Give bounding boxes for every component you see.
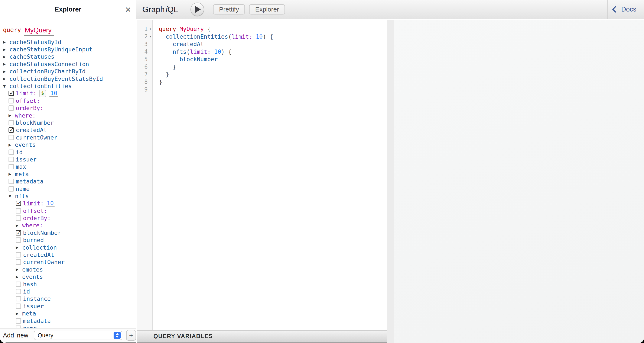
tree-row[interactable]: ▼nfts	[0, 192, 136, 200]
expand-arrow-icon[interactable]: ▶	[3, 69, 10, 74]
checkbox-checked-icon[interactable]	[16, 201, 21, 206]
tree-row[interactable]: max	[0, 163, 136, 170]
checkbox-unchecked-icon[interactable]	[8, 98, 14, 104]
code-line[interactable]: blockNumber	[153, 56, 387, 63]
checkbox-unchecked-icon[interactable]	[16, 281, 21, 287]
tree-row[interactable]: issuer	[0, 302, 136, 310]
code-line[interactable]: collectionEntities(limit: 10) {	[153, 33, 387, 41]
tree-row[interactable]: ▶events	[0, 273, 136, 280]
expand-arrow-icon[interactable]: ▶	[3, 40, 10, 44]
checkbox-unchecked-icon[interactable]	[8, 150, 14, 155]
tree-row[interactable]: hash	[0, 280, 136, 288]
tree-row[interactable]: ▶cacheStatuses	[0, 53, 136, 60]
tree-row[interactable]: orderBy:	[0, 105, 136, 112]
query-name-input[interactable]: MyQuery	[24, 27, 54, 36]
expand-arrow-icon[interactable]: ▶	[3, 47, 10, 52]
checkbox-unchecked-icon[interactable]	[16, 325, 21, 328]
checkbox-unchecked-icon[interactable]	[8, 105, 14, 111]
operation-type-select[interactable]: Query	[34, 331, 122, 340]
close-icon[interactable]: ×	[125, 6, 131, 13]
docs-button[interactable]: Docs	[613, 0, 636, 19]
variable-dollar-button[interactable]: $	[39, 90, 46, 97]
fold-arrow-icon[interactable]: ▾	[148, 27, 151, 31]
argument-value-input[interactable]: 10	[50, 90, 58, 97]
tree-row[interactable]: id	[0, 288, 136, 295]
tree-row[interactable]: offset:	[0, 207, 136, 214]
execute-query-button[interactable]	[190, 3, 204, 16]
code-line[interactable]: }	[153, 63, 387, 71]
add-operation-button[interactable]: +	[126, 330, 136, 341]
tree-row[interactable]: ▶cacheStatusByUniqueInput	[0, 46, 136, 53]
checkbox-unchecked-icon[interactable]	[16, 318, 21, 323]
tree-row[interactable]: name	[0, 324, 136, 328]
checkbox-unchecked-icon[interactable]	[8, 179, 14, 184]
tree-row[interactable]: ▼collectionEntities	[0, 82, 136, 90]
tree-row[interactable]: metadata	[0, 178, 136, 185]
pane-resizer-handle[interactable]	[387, 20, 394, 343]
expand-arrow-icon[interactable]: ▶	[8, 143, 15, 147]
checkbox-unchecked-icon[interactable]	[16, 259, 21, 265]
checkbox-checked-icon[interactable]	[16, 230, 21, 235]
expand-arrow-icon[interactable]: ▶	[16, 311, 22, 316]
tree-row[interactable]: ▶events	[0, 141, 136, 148]
code-line[interactable]	[153, 86, 387, 93]
editor-code-area[interactable]: query MyQuery { collectionEntities(limit…	[153, 20, 387, 330]
checkbox-unchecked-icon[interactable]	[8, 135, 14, 140]
expand-arrow-icon[interactable]: ▶	[3, 55, 10, 59]
tree-row[interactable]: ▶cacheStatusById	[0, 38, 136, 46]
tree-row[interactable]: ▶collectionBuyEventStatsById	[0, 75, 136, 82]
tree-row[interactable]: name	[0, 185, 136, 192]
tree-row[interactable]: ▶collectionBuyChartById	[0, 68, 136, 75]
checkbox-unchecked-icon[interactable]	[16, 208, 21, 213]
checkbox-checked-icon[interactable]	[8, 127, 14, 133]
tree-row[interactable]: ▶emotes	[0, 266, 136, 273]
checkbox-unchecked-icon[interactable]	[16, 237, 21, 243]
checkbox-unchecked-icon[interactable]	[16, 303, 21, 309]
checkbox-unchecked-icon[interactable]	[16, 296, 21, 301]
prettify-button[interactable]: Prettify	[213, 4, 245, 15]
tree-row[interactable]: createdAt	[0, 251, 136, 258]
tree-row[interactable]: currentOwner	[0, 258, 136, 266]
code-line[interactable]: }	[153, 71, 387, 78]
tree-row[interactable]: ▶where:	[0, 222, 136, 229]
explorer-toggle-button[interactable]: Explorer	[249, 4, 285, 15]
expand-arrow-icon[interactable]: ▶	[16, 275, 22, 279]
tree-row[interactable]: limit:$10	[0, 90, 136, 97]
checkbox-unchecked-icon[interactable]	[16, 289, 21, 294]
checkbox-unchecked-icon[interactable]	[8, 120, 14, 125]
expand-arrow-icon[interactable]: ▶	[8, 113, 15, 118]
expand-arrow-icon[interactable]: ▶	[8, 172, 15, 176]
fold-arrow-icon[interactable]: ▾	[148, 35, 151, 38]
tree-row[interactable]: ▶meta	[0, 170, 136, 178]
checkbox-unchecked-icon[interactable]	[8, 157, 14, 162]
tree-row[interactable]: orderBy:	[0, 214, 136, 222]
checkbox-unchecked-icon[interactable]	[8, 164, 14, 169]
checkbox-unchecked-icon[interactable]	[16, 252, 21, 257]
query-variables-bar[interactable]: QUERY VARIABLES	[137, 330, 387, 343]
tree-row[interactable]: ▶where:	[0, 112, 136, 119]
tree-row[interactable]: burned	[0, 237, 136, 244]
tree-row[interactable]: issuer	[0, 156, 136, 163]
argument-value-input[interactable]: 10	[46, 200, 55, 207]
collapse-arrow-icon[interactable]: ▼	[3, 84, 10, 88]
code-line[interactable]: query MyQuery {	[153, 25, 387, 33]
tree-row[interactable]: blockNumber	[0, 119, 136, 126]
expand-arrow-icon[interactable]: ▶	[16, 267, 22, 271]
tree-row[interactable]: ▶cacheStatusesConnection	[0, 60, 136, 68]
tree-row[interactable]: limit:10	[0, 200, 136, 207]
expand-arrow-icon[interactable]: ▶	[3, 77, 10, 81]
tree-row[interactable]: ▶meta	[0, 310, 136, 317]
expand-arrow-icon[interactable]: ▶	[16, 245, 22, 250]
checkbox-checked-icon[interactable]	[8, 91, 14, 96]
code-line[interactable]: }	[153, 78, 387, 86]
collapse-arrow-icon[interactable]: ▼	[8, 194, 15, 198]
tree-row[interactable]: metadata	[0, 317, 136, 324]
tree-row[interactable]: createdAt	[0, 127, 136, 134]
code-line[interactable]: createdAt	[153, 40, 387, 48]
checkbox-unchecked-icon[interactable]	[16, 215, 21, 221]
code-line[interactable]: nfts(limit: 10) {	[153, 48, 387, 56]
tree-row[interactable]: ▶collection	[0, 244, 136, 251]
expand-arrow-icon[interactable]: ▶	[3, 62, 10, 66]
tree-row[interactable]: offset:	[0, 97, 136, 104]
tree-row[interactable]: id	[0, 148, 136, 156]
